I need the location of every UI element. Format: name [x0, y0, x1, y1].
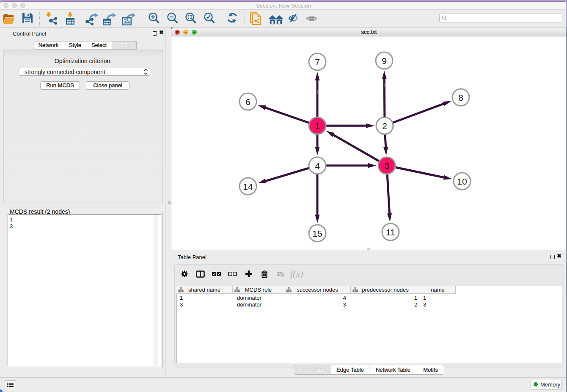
svg-text:14: 14	[243, 182, 253, 191]
svg-text:2: 2	[382, 121, 387, 131]
svg-text:7: 7	[315, 57, 320, 67]
svg-text:6: 6	[245, 97, 250, 107]
svg-text:15: 15	[312, 229, 322, 238]
svg-text:8: 8	[458, 93, 463, 102]
svg-text:10: 10	[457, 177, 467, 186]
svg-text:1: 1	[315, 121, 320, 131]
svg-text:4: 4	[315, 161, 320, 171]
svg-text:11: 11	[386, 227, 395, 237]
svg-text:9: 9	[382, 56, 387, 66]
svg-text:3: 3	[384, 161, 389, 171]
